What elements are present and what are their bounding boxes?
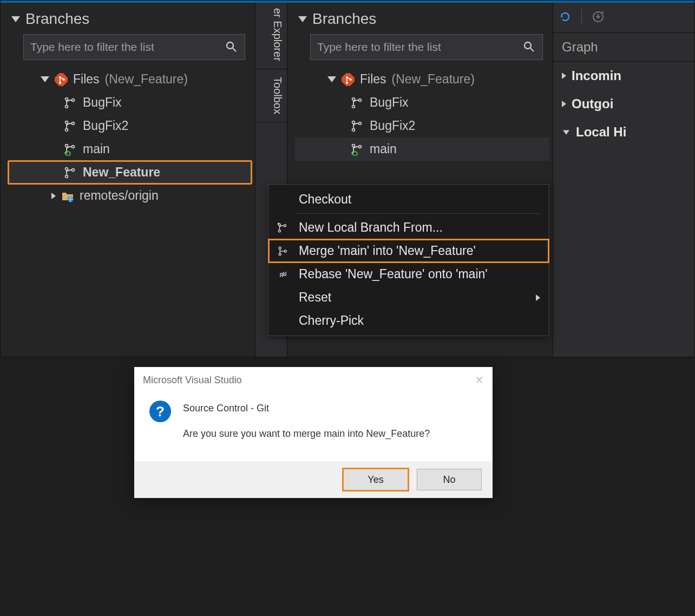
branch-bugfix[interactable]: BugFix bbox=[24, 91, 252, 114]
repo-node[interactable]: Files (New_Feature) bbox=[24, 68, 252, 91]
branch-main[interactable]: main bbox=[24, 137, 252, 161]
branch-icon bbox=[64, 96, 77, 109]
local-history-header[interactable]: Local Hi bbox=[553, 118, 694, 146]
branch-filter-input[interactable]: Type here to filter the list bbox=[310, 34, 543, 60]
merge-icon bbox=[278, 246, 289, 257]
branch-label: main bbox=[83, 142, 110, 156]
expand-icon bbox=[327, 76, 336, 82]
dialog-title: Microsoft Visual Studio bbox=[143, 375, 242, 386]
branch-tree: Files (New_Feature) BugFix BugFix2 main … bbox=[1, 65, 255, 211]
confirm-merge-dialog: Microsoft Visual Studio ✕ ? Source Contr… bbox=[134, 367, 493, 498]
dialog-message: Are you sure you want to merge main into… bbox=[183, 428, 430, 440]
branch-bugfix[interactable]: BugFix bbox=[311, 91, 549, 114]
branch-default-icon bbox=[64, 143, 77, 156]
search-icon bbox=[225, 41, 238, 54]
git-repo-icon bbox=[342, 73, 355, 86]
dialog-heading: Source Control - Git bbox=[183, 403, 430, 414]
filter-placeholder: Type here to filter the list bbox=[317, 41, 523, 54]
graph-header[interactable]: Graph bbox=[553, 33, 694, 62]
close-icon[interactable]: ✕ bbox=[475, 373, 484, 386]
repo-label: Files bbox=[360, 72, 386, 87]
branch-label: BugFix2 bbox=[370, 119, 415, 133]
branches-heading: Branches bbox=[312, 10, 376, 28]
repo-node[interactable]: Files (New_Feature) bbox=[311, 68, 549, 91]
no-button[interactable]: No bbox=[417, 469, 482, 490]
folder-remote-icon bbox=[61, 189, 74, 202]
remotes-node[interactable]: remotes/origin bbox=[24, 184, 252, 207]
repo-label: Files bbox=[73, 72, 100, 87]
expand-icon bbox=[41, 76, 49, 82]
branch-filter-input[interactable]: Type here to filter the list bbox=[23, 34, 245, 60]
outgoing-header[interactable]: Outgoi bbox=[553, 90, 694, 118]
expand-icon bbox=[51, 193, 56, 199]
filter-placeholder: Type here to filter the list bbox=[30, 41, 225, 54]
fetch-icon[interactable] bbox=[592, 10, 605, 23]
tab-toolbox[interactable]: Toolbox bbox=[255, 69, 287, 122]
branch-label: New_Feature bbox=[83, 165, 160, 180]
collapse-icon bbox=[563, 130, 569, 134]
expand-icon bbox=[562, 73, 566, 79]
refresh-icon[interactable] bbox=[559, 10, 572, 23]
yes-button[interactable]: Yes bbox=[343, 469, 408, 490]
menu-label: Reset bbox=[299, 290, 331, 305]
branch-tree: Files (New_Feature) BugFix BugFix2 main bbox=[287, 65, 553, 164]
menu-checkout[interactable]: Checkout bbox=[268, 188, 549, 211]
menu-label: Merge 'main' into 'New_Feature' bbox=[299, 244, 476, 258]
right-strip-panel: Graph Incomin Outgoi Local Hi bbox=[553, 1, 694, 357]
branch-label: BugFix2 bbox=[83, 119, 128, 133]
branch-icon bbox=[351, 120, 364, 133]
branch-label: BugFix bbox=[83, 95, 122, 110]
menu-merge[interactable]: Merge 'main' into 'New_Feature' bbox=[268, 239, 549, 263]
question-icon: ? bbox=[149, 401, 171, 422]
menu-label: Rebase 'New_Feature' onto 'main' bbox=[299, 267, 488, 281]
branch-main[interactable]: main bbox=[295, 137, 549, 161]
repo-current-branch: (New_Feature) bbox=[105, 72, 188, 87]
branch-icon bbox=[64, 166, 77, 179]
rebase-icon bbox=[278, 269, 289, 280]
menu-rebase[interactable]: Rebase 'New_Feature' onto 'main' bbox=[268, 263, 549, 286]
branches-heading: Branches bbox=[25, 10, 89, 28]
menu-reset[interactable]: Reset bbox=[268, 286, 549, 309]
search-icon bbox=[523, 41, 536, 54]
git-repo-icon bbox=[55, 73, 68, 86]
remotes-label: remotes/origin bbox=[80, 188, 159, 203]
branch-icon bbox=[64, 120, 77, 133]
branch-default-icon bbox=[351, 143, 364, 156]
branch-label: BugFix bbox=[370, 95, 409, 110]
menu-label: Cherry-Pick bbox=[299, 313, 364, 328]
branch-label: main bbox=[370, 142, 397, 156]
repo-current-branch: (New_Feature) bbox=[392, 72, 475, 87]
branch-icon bbox=[351, 96, 364, 109]
new-branch-icon bbox=[278, 222, 289, 233]
expand-icon bbox=[562, 101, 566, 107]
collapse-icon[interactable] bbox=[298, 16, 307, 22]
incoming-header[interactable]: Incomin bbox=[553, 62, 694, 90]
branches-panel-left: Branches Type here to filter the list Fi… bbox=[1, 1, 255, 357]
menu-cherry-pick[interactable]: Cherry-Pick bbox=[268, 309, 549, 332]
branch-bugfix2[interactable]: BugFix2 bbox=[311, 114, 549, 137]
menu-separator bbox=[297, 213, 540, 214]
menu-label: Checkout bbox=[299, 192, 351, 207]
branch-context-menu: Checkout New Local Branch From... Merge … bbox=[268, 184, 549, 336]
collapse-icon[interactable] bbox=[11, 16, 20, 22]
branch-new-feature[interactable]: New_Feature bbox=[8, 161, 252, 184]
menu-new-local-branch[interactable]: New Local Branch From... bbox=[268, 216, 549, 239]
submenu-icon bbox=[536, 294, 540, 301]
menu-label: New Local Branch From... bbox=[299, 220, 443, 235]
tab-server-explorer[interactable]: er Explorer bbox=[255, 1, 287, 69]
branch-bugfix2[interactable]: BugFix2 bbox=[24, 114, 252, 137]
